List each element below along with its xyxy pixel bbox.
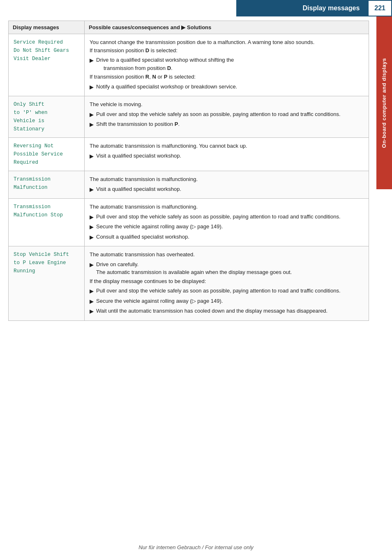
footer: Nur für internen Gebrauch / For internal… — [0, 544, 392, 550]
table-row: Only Shiftto 'P' whenVehicle isStationar… — [9, 96, 369, 138]
message-solutions: You cannot change the transmission posit… — [85, 34, 369, 96]
chapter-tab: On-board computer and displays — [376, 16, 392, 189]
table-row: TransmissionMalfunction The automatic tr… — [9, 171, 369, 199]
main-content: Display messages Possible causes/consequ… — [8, 21, 369, 532]
table-row: Stop Vehicle Shiftto P Leave EngineRunni… — [9, 246, 369, 321]
message-solutions: The automatic transmission is malfunctio… — [85, 199, 369, 246]
chapter-tab-label: On-board computer and displays — [381, 58, 388, 148]
message-solutions: The automatic transmission is malfunctio… — [85, 138, 369, 171]
message-code: Only Shiftto 'P' whenVehicle isStationar… — [9, 96, 85, 138]
display-messages-table: Display messages Possible causes/consequ… — [8, 21, 369, 321]
message-solutions: The automatic transmission is malfunctio… — [85, 171, 369, 199]
message-code: Stop Vehicle Shiftto P Leave EngineRunni… — [9, 246, 85, 321]
col1-header: Display messages — [9, 21, 85, 34]
message-code: TransmissionMalfunction Stop — [9, 199, 85, 246]
header-bar: Display messages 221 — [0, 0, 392, 16]
message-solutions: The vehicle is moving. ▶ Pull over and s… — [85, 96, 369, 138]
page-number: 221 — [368, 0, 392, 16]
header-title: Display messages — [236, 0, 368, 16]
message-code: Reversing NotPossible ServiceRequired — [9, 138, 85, 171]
message-solutions: The automatic transmission has overheate… — [85, 246, 369, 321]
col2-header: Possible causes/consequences and ▶ Solut… — [85, 21, 369, 34]
table-row: Service RequiredDo Not Shift GearsVisit … — [9, 34, 369, 96]
message-code: Service RequiredDo Not Shift GearsVisit … — [9, 34, 85, 96]
table-row: Reversing NotPossible ServiceRequired Th… — [9, 138, 369, 171]
message-code: TransmissionMalfunction — [9, 171, 85, 199]
table-row: TransmissionMalfunction Stop The automat… — [9, 199, 369, 246]
